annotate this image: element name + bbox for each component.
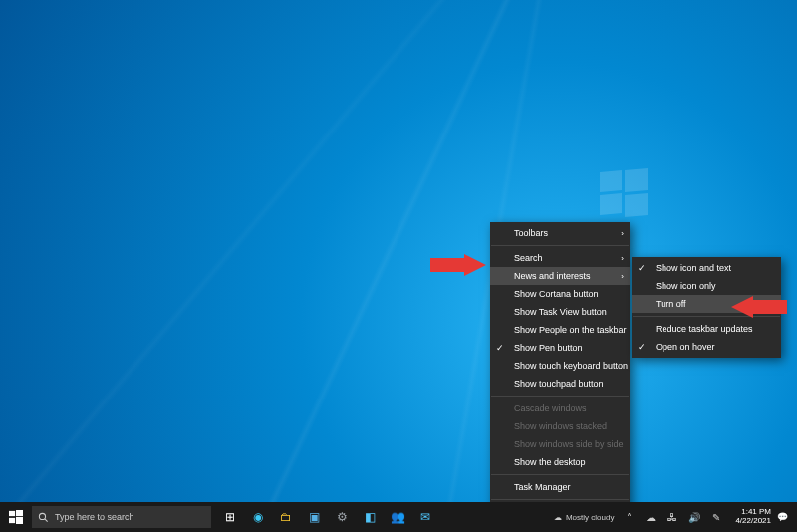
menu-show-people[interactable]: Show People on the taskbar — [490, 321, 630, 339]
menu-show-pen[interactable]: ✓Show Pen button — [490, 339, 630, 357]
menu-task-manager[interactable]: Task Manager — [490, 478, 630, 496]
volume-icon[interactable]: 🔊 — [685, 512, 703, 523]
news-and-interests-widget[interactable]: ☁ Mostly cloudy — [548, 513, 620, 522]
menu-label: Show windows side by side — [514, 439, 624, 449]
svg-rect-2 — [9, 511, 15, 516]
desktop[interactable]: Toolbars› Search› News and interests› Sh… — [0, 0, 797, 532]
menu-show-taskview[interactable]: Show Task View button — [490, 303, 630, 321]
menu-label: Task Manager — [514, 482, 571, 492]
submenu-show-icon-only[interactable]: Show icon only — [632, 277, 781, 295]
taskbar-pinned-apps: ⊞ ◉ 🗀 ▣ ⚙ ◧ 👥 ✉ — [217, 502, 438, 532]
edge-icon[interactable]: ◉ — [245, 502, 271, 532]
menu-show-touch-keyboard[interactable]: Show touch keyboard button — [490, 357, 630, 375]
submenu-reduce-updates[interactable]: Reduce taskbar updates — [632, 320, 781, 338]
menu-label: Reduce taskbar updates — [656, 324, 753, 334]
clock[interactable]: 1:41 PM 4/22/2021 — [729, 508, 777, 526]
menu-label: Show Cortana button — [514, 289, 599, 299]
search-icon — [38, 512, 49, 523]
svg-marker-1 — [731, 296, 787, 318]
action-center-icon[interactable]: 💬 — [777, 512, 797, 522]
submenu-show-icon-and-text[interactable]: ✓Show icon and text — [632, 259, 781, 277]
chevron-right-icon: › — [621, 254, 624, 263]
menu-search[interactable]: Search› — [490, 249, 630, 267]
menu-label: Show the desktop — [514, 457, 586, 467]
menu-label: Toolbars — [514, 228, 548, 238]
menu-label: Show touchpad button — [514, 379, 604, 389]
menu-label: Turn off — [656, 299, 686, 309]
svg-rect-5 — [16, 517, 23, 524]
menu-label: Show icon and text — [656, 263, 731, 273]
settings-icon[interactable]: ⚙ — [329, 502, 355, 532]
network-icon[interactable]: 🖧 — [664, 512, 681, 523]
svg-rect-4 — [9, 518, 15, 523]
tray-chevron-up-icon[interactable]: ˄ — [620, 512, 638, 523]
menu-label: Show Pen button — [514, 343, 583, 353]
svg-point-6 — [39, 513, 45, 519]
menu-stacked-windows: Show windows stacked — [490, 417, 630, 435]
store-icon[interactable]: ▣ — [301, 502, 327, 532]
svg-marker-0 — [430, 254, 486, 276]
taskbar: Type here to search ⊞ ◉ 🗀 ▣ ⚙ ◧ 👥 ✉ ☁ Mo… — [0, 502, 797, 532]
menu-label: Cascade windows — [514, 403, 587, 413]
windows-icon — [9, 510, 23, 524]
windows-logo-wallpaper — [600, 169, 648, 217]
svg-line-7 — [45, 518, 48, 521]
chevron-right-icon: › — [621, 272, 624, 281]
menu-label: Show People on the taskbar — [514, 325, 627, 335]
system-tray: ˄ ☁ 🖧 🔊 ✎ — [620, 512, 729, 523]
search-placeholder: Type here to search — [55, 512, 134, 522]
check-icon: ✓ — [496, 343, 504, 353]
menu-label: Show windows stacked — [514, 421, 607, 431]
taskbar-context-menu: Toolbars› Search› News and interests› Sh… — [490, 222, 630, 532]
photos-icon[interactable]: ◧ — [357, 502, 383, 532]
annotation-arrow-icon — [731, 296, 787, 318]
separator — [491, 474, 629, 475]
start-button[interactable] — [0, 502, 32, 532]
onedrive-icon[interactable]: ☁ — [642, 512, 660, 523]
check-icon: ✓ — [638, 263, 646, 273]
separator — [491, 245, 629, 246]
separator — [491, 499, 629, 500]
svg-rect-3 — [16, 510, 23, 516]
mail-icon[interactable]: ✉ — [412, 502, 438, 532]
menu-label: News and interests — [514, 271, 591, 281]
pen-icon[interactable]: ✎ — [707, 512, 725, 523]
weather-text: Mostly cloudy — [566, 513, 614, 522]
annotation-arrow-icon — [430, 254, 486, 276]
chevron-right-icon: › — [621, 229, 624, 238]
menu-label: Show icon only — [656, 281, 716, 291]
check-icon: ✓ — [638, 342, 646, 352]
menu-show-cortana[interactable]: Show Cortana button — [490, 285, 630, 303]
menu-toolbars[interactable]: Toolbars› — [490, 224, 630, 242]
menu-news-and-interests[interactable]: News and interests› — [490, 267, 630, 285]
menu-side-by-side: Show windows side by side — [490, 435, 630, 453]
search-input[interactable]: Type here to search — [32, 506, 211, 528]
menu-show-desktop[interactable]: Show the desktop — [490, 453, 630, 471]
file-explorer-icon[interactable]: 🗀 — [273, 502, 299, 532]
menu-label: Show Task View button — [514, 307, 607, 317]
date-text: 4/22/2021 — [735, 517, 771, 526]
submenu-open-on-hover[interactable]: ✓Open on hover — [632, 338, 781, 356]
weather-icon: ☁ — [554, 513, 562, 522]
menu-label: Open on hover — [656, 342, 715, 352]
separator — [491, 396, 629, 397]
menu-cascade-windows: Cascade windows — [490, 399, 630, 417]
task-view-button[interactable]: ⊞ — [217, 502, 243, 532]
teams-icon[interactable]: 👥 — [385, 502, 410, 532]
menu-label: Show touch keyboard button — [514, 361, 628, 371]
menu-show-touchpad[interactable]: Show touchpad button — [490, 375, 630, 393]
menu-label: Search — [514, 253, 543, 263]
